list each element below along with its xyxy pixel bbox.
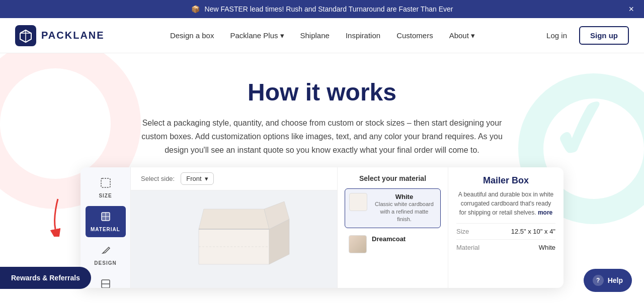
demo-middle: Select side: Front ▾ [131,167,337,288]
arrow-indicator [43,196,73,239]
hero-description: Select a packaging style, quantity, and … [141,116,503,157]
help-button[interactable]: ? Help [584,269,632,292]
design-icon [100,245,111,258]
white-material-name: White [372,193,436,200]
dreamcoat-material-name: Dreamcoat [372,235,406,243]
sidebar-material-label: MATERIAL [91,227,120,232]
nav-item-packlane-plus[interactable]: Packlane Plus ▾ [224,27,290,44]
select-side-label: Select side: [141,175,175,182]
material-option-white[interactable]: White Classic white cardboard with a ref… [345,188,441,228]
front-label: Front [186,175,201,182]
nav-item-customers[interactable]: Customers [390,27,439,44]
material-option-dreamcoat[interactable]: Dreamcoat [345,231,441,257]
logo-link[interactable]: PACKLANE [15,25,105,46]
sidebar-item-size[interactable]: SIZE [86,172,126,204]
sidebar-size-label: SIZE [99,193,112,198]
logo-text: PACKLANE [41,30,105,41]
sidebar-design-label: DESIGN [94,260,116,266]
sidebar-item-extra[interactable] [86,273,126,288]
nav-item-about[interactable]: About ▾ [443,27,481,44]
sidebar-item-material[interactable]: MATERIAL [86,206,126,237]
size-spec-label: Size [456,228,469,235]
rewards-referrals-button[interactable]: Rewards & Referrals [0,267,91,289]
front-chevron-icon: ▾ [205,175,208,182]
demo-card: SIZE MATERIAL DESIGN [80,167,564,288]
spec-row-material: Material White [456,239,555,255]
svg-rect-3 [101,178,110,187]
help-label: Help [608,276,623,284]
sidebar-item-design[interactable]: DESIGN [86,240,126,271]
nav-item-inspiration[interactable]: Inspiration [340,27,386,44]
dreamcoat-material-info: Dreamcoat [372,235,406,243]
hero-section: ✓ How it works Select a packaging style,… [0,53,644,303]
product-more-link[interactable]: more [538,209,552,216]
nav-actions: Log in Sign up [540,26,629,45]
white-material-swatch [349,193,367,211]
extra-icon [100,278,111,288]
packlane-plus-chevron-icon: ▾ [280,31,284,40]
material-spec-value: White [539,244,555,251]
size-spec-value: 12.5" x 10" x 4" [511,228,555,235]
nav-item-shiplane[interactable]: Shiplane [294,27,336,44]
white-material-desc: Classic white cardboard with a refined m… [372,200,436,224]
signup-button[interactable]: Sign up [579,26,629,45]
material-panel-title: Select your material [345,174,441,182]
front-side-select[interactable]: Front ▾ [181,172,213,185]
banner-close-button[interactable]: × [628,4,634,15]
help-circle-icon: ? [593,275,604,286]
about-chevron-icon: ▾ [471,31,475,40]
size-icon [100,177,111,191]
hero-title: How it works [10,78,634,106]
nav-links: Design a box Packlane Plus ▾ Shiplane In… [164,27,481,44]
product-info-panel: Mailer Box A beautiful and durable box i… [448,167,564,288]
arrow-svg [43,196,73,237]
dreamcoat-material-swatch [349,235,367,253]
demo-canvas [131,190,337,288]
navbar: PACKLANE Design a box Packlane Plus ▾ Sh… [0,18,644,53]
spec-row-size: Size 12.5" x 10" x 4" [456,223,555,239]
logo-icon [15,25,36,46]
banner-box-icon: 📦 [191,5,200,13]
nav-item-design-a-box[interactable]: Design a box [164,27,220,44]
white-material-info: White Classic white cardboard with a ref… [372,193,436,224]
announcement-banner: 📦 New FASTER lead times! Rush and Standa… [0,0,644,18]
login-button[interactable]: Log in [540,27,573,44]
demo-sidebar: SIZE MATERIAL DESIGN [80,167,131,288]
product-title: Mailer Box [456,175,555,186]
product-description: A beautiful and durable box in white cor… [456,190,555,217]
material-panel: Select your material White Classic white… [337,167,448,288]
box-illustration [158,199,309,279]
banner-text: New FASTER lead times! Rush and Standard… [205,5,453,13]
svg-marker-10 [199,209,269,229]
material-icon [100,211,111,225]
material-spec-label: Material [456,244,479,251]
demo-topbar: Select side: Front ▾ [131,167,337,190]
